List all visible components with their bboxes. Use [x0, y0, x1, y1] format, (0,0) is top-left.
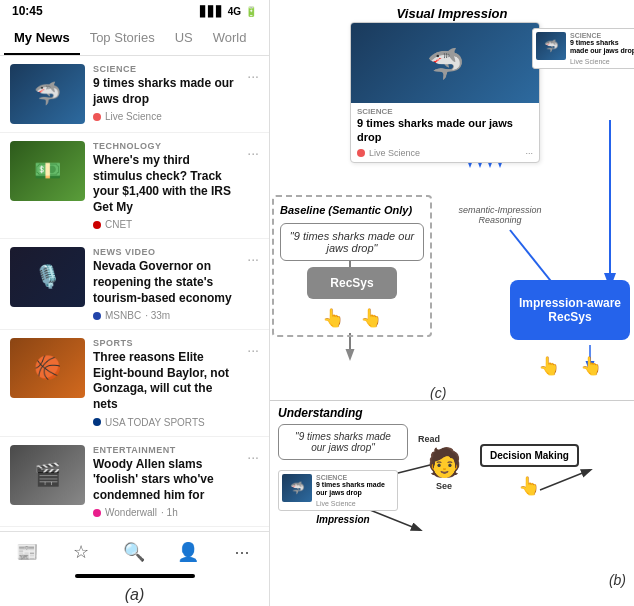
article-cat: SCIENCE	[357, 107, 533, 116]
baseline-title: Baseline (Semantic Only)	[280, 203, 424, 217]
baseline-quote: "9 times sharks made our jaws drop"	[280, 223, 424, 261]
news-source-4: USA TODAY SPORTS	[93, 417, 239, 428]
news-category-3: NEWS VIDEO	[93, 247, 239, 257]
news-content-2: TECHNOLOGY Where's my third stimulus che…	[93, 141, 239, 230]
hand-icon-left: 👆	[322, 307, 344, 329]
news-thumb-3: 🎙️	[10, 247, 85, 307]
label-c: (c)	[430, 385, 446, 401]
small-thumb: 🦈	[536, 32, 566, 60]
main-article-card: 🦈 SCIENCE 9 times sharks made our jaws d…	[350, 22, 540, 163]
source-dot-1	[93, 113, 101, 121]
news-category-4: SPORTS	[93, 338, 239, 348]
understanding-left: "9 times sharks made our jaws drop" 🦈 SC…	[278, 424, 408, 525]
bottom-profile-icon[interactable]: 👤	[174, 538, 202, 566]
article-card-body: SCIENCE 9 times sharks made our jaws dro…	[351, 103, 539, 162]
news-title-4: Three reasons Elite Eight-bound Baylor, …	[93, 350, 239, 412]
bottom-more-icon[interactable]: ···	[228, 538, 256, 566]
source-dot-2	[93, 221, 101, 229]
battery-icon: 🔋	[245, 6, 257, 17]
news-item-4[interactable]: 🏀 SPORTS Three reasons Elite Eight-bound…	[0, 330, 269, 436]
news-more-1[interactable]: ···	[247, 64, 259, 84]
understanding-section: Understanding "9 times sharks made our j…	[270, 406, 634, 525]
news-item-1[interactable]: 🦈 SCIENCE 9 times sharks made our jaws d…	[0, 56, 269, 133]
news-category-5: ENTERTAINMENT	[93, 445, 239, 455]
impression-hands: 👆 👆	[510, 355, 630, 377]
article-card-display: 🦈 SCIENCE 9 times sharks made our jaws d…	[350, 22, 540, 163]
decision-hand: 👆	[518, 475, 540, 497]
news-category-1: SCIENCE	[93, 64, 239, 74]
news-content-5: ENTERTAINMENT Woody Allen slams 'foolish…	[93, 445, 239, 519]
baseline-hands: 👆 👆	[280, 307, 424, 329]
article-card-thumbnail: 🦈	[351, 23, 539, 103]
news-title-1: 9 times sharks made our jaws drop	[93, 76, 239, 107]
status-icons: ▋▋▋ 4G 🔋	[200, 6, 257, 17]
impression-card-section: 🦈 SCIENCE 9 times sharks made our jaws d…	[278, 470, 408, 525]
signal-icon: ▋▋▋	[200, 6, 224, 17]
impression-card-thumb: 🦈	[282, 474, 312, 502]
read-label: Read	[418, 434, 440, 444]
news-source-2: CNET	[93, 219, 239, 230]
status-bar: 10:45 ▋▋▋ 4G 🔋	[0, 0, 269, 22]
bottom-search-icon[interactable]: 🔍	[120, 538, 148, 566]
impression-aware-box: Impression-aware RecSys	[510, 280, 630, 340]
status-time: 10:45	[12, 4, 43, 18]
article-source: Live Science ···	[357, 148, 533, 158]
impression-label: Impression	[278, 514, 408, 525]
news-more-3[interactable]: ···	[247, 247, 259, 267]
tab-top-stories[interactable]: Top Stories	[80, 22, 165, 55]
impression-aware-recsys: Impression-aware RecSys	[510, 280, 630, 340]
tab-us[interactable]: US	[165, 22, 203, 55]
news-content-1: SCIENCE 9 times sharks made our jaws dro…	[93, 64, 239, 122]
bottom-saved-icon[interactable]: ☆	[67, 538, 95, 566]
small-card-display: 🦈 SCIENCE 9 times sharks made our jaws d…	[532, 28, 634, 69]
tab-my-news[interactable]: My News	[4, 22, 80, 55]
visual-impression-title: Visual Impression	[270, 4, 634, 22]
phone-mockup: 10:45 ▋▋▋ 4G 🔋 My News Top Stories US Wo…	[0, 0, 270, 606]
baseline-box: Baseline (Semantic Only) "9 times sharks…	[272, 195, 432, 337]
news-title-3: Nevada Governor on reopening the state's…	[93, 259, 239, 306]
label-a: (a)	[0, 582, 269, 606]
diagram-panel: Visual Impression 🦈 SCIENCE 9 times shar…	[270, 0, 634, 606]
news-content-3: NEWS VIDEO Nevada Governor on reopening …	[93, 247, 239, 321]
hand-icon-right: 👆	[360, 307, 382, 329]
tab-world[interactable]: World	[203, 22, 257, 55]
label-b: (b)	[609, 572, 626, 588]
article-source-dot	[357, 149, 365, 157]
news-thumb-1: 🦈	[10, 64, 85, 124]
news-item-2[interactable]: 💵 TECHNOLOGY Where's my third stimulus c…	[0, 133, 269, 239]
impression-card-body: SCIENCE 9 times sharks made our jaws dro…	[316, 474, 394, 507]
news-source-1: Live Science	[93, 111, 239, 122]
understanding-quote: "9 times sharks made our jaws drop"	[278, 424, 408, 460]
semantic-impression-label: semantic-Impression Reasoning	[440, 205, 560, 225]
news-item-5[interactable]: 🎬 ENTERTAINMENT Woody Allen slams 'fooli…	[0, 437, 269, 528]
decision-box: Decision Making	[480, 444, 579, 467]
news-more-4[interactable]: ···	[247, 338, 259, 358]
news-title-2: Where's my third stimulus check? Track y…	[93, 153, 239, 215]
article-title: 9 times sharks made our jaws drop	[357, 116, 533, 145]
source-dot-3	[93, 312, 101, 320]
impression-hand-left: 👆	[538, 355, 560, 377]
bottom-news-icon[interactable]: 📰	[13, 538, 41, 566]
news-thumb-4: 🏀	[10, 338, 85, 398]
news-item-3[interactable]: 🎙️ NEWS VIDEO Nevada Governor on reopeni…	[0, 239, 269, 330]
news-more-5[interactable]: ···	[247, 445, 259, 465]
home-indicator	[75, 574, 195, 578]
news-source-5: Wonderwall · 1h	[93, 507, 239, 518]
impression-hand-right: 👆	[580, 355, 602, 377]
see-label: See	[436, 481, 452, 491]
understanding-content: "9 times sharks made our jaws drop" 🦈 SC…	[270, 424, 634, 525]
news-more-2[interactable]: ···	[247, 141, 259, 161]
bottom-nav: 📰 ☆ 🔍 👤 ···	[0, 531, 269, 574]
source-dot-5	[93, 509, 101, 517]
news-source-3: MSNBC · 33m	[93, 310, 239, 321]
network-icon: 4G	[228, 6, 241, 17]
news-content-4: SPORTS Three reasons Elite Eight-bound B…	[93, 338, 239, 427]
section-divider	[270, 400, 634, 401]
small-card-body: SCIENCE 9 times sharks made our jaws dro…	[570, 32, 634, 65]
impression-card: 🦈 SCIENCE 9 times sharks made our jaws d…	[278, 470, 398, 511]
source-dot-4	[93, 418, 101, 426]
tab-bar: My News Top Stories US World	[0, 22, 269, 56]
news-thumb-5: 🎬	[10, 445, 85, 505]
small-article-card-top: 🦈 SCIENCE 9 times sharks made our jaws d…	[532, 28, 632, 69]
news-list: 🦈 SCIENCE 9 times sharks made our jaws d…	[0, 56, 269, 531]
